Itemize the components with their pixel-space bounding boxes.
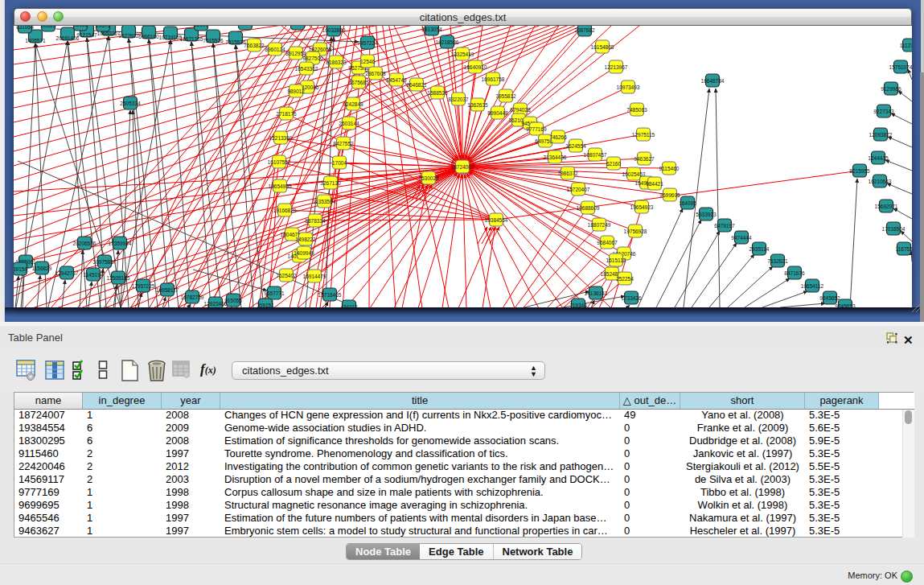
- svg-text:9245653: 9245653: [835, 303, 856, 308]
- svg-text:97514: 97514: [238, 26, 253, 27]
- svg-text:7485063: 7485063: [626, 107, 647, 113]
- svg-text:1498222: 1498222: [295, 237, 316, 242]
- svg-text:17016504: 17016504: [882, 226, 906, 232]
- svg-text:16033809: 16033809: [322, 27, 346, 33]
- svg-text:1112733: 1112733: [900, 43, 912, 48]
- svg-text:3267130: 3267130: [320, 180, 341, 186]
- svg-text:15720407: 15720407: [567, 187, 590, 192]
- svg-text:116753: 116753: [895, 246, 912, 252]
- svg-text:7515526: 7515526: [203, 38, 224, 43]
- svg-text:39159: 39159: [14, 266, 27, 272]
- svg-text:11353594: 11353594: [313, 199, 336, 204]
- svg-text:10654112: 10654112: [801, 283, 824, 289]
- svg-text:16782759: 16782759: [181, 295, 204, 300]
- svg-text:915055: 915055: [224, 298, 242, 303]
- svg-text:1405571: 1405571: [25, 38, 46, 43]
- svg-text:7986372: 7986372: [557, 171, 578, 176]
- svg-text:15692971: 15692971: [875, 204, 898, 209]
- svg-text:3624554: 3624554: [565, 143, 586, 149]
- svg-text:984421: 984421: [646, 181, 663, 187]
- svg-text:12213967: 12213967: [605, 64, 628, 70]
- svg-text:2087682: 2087682: [574, 27, 595, 33]
- svg-text:10719155: 10719155: [159, 35, 183, 40]
- svg-text:9827500: 9827500: [302, 56, 323, 61]
- svg-text:14136141: 14136141: [585, 290, 608, 296]
- svg-text:434112: 434112: [340, 304, 358, 308]
- svg-text:19166829: 19166829: [273, 208, 297, 213]
- svg-text:2530025: 2530025: [418, 175, 439, 181]
- svg-text:9242848: 9242848: [343, 101, 363, 107]
- svg-text:16671355: 16671355: [180, 36, 203, 42]
- svg-text:16961758: 16961758: [482, 76, 505, 82]
- svg-text:7625402: 7625402: [276, 273, 297, 278]
- svg-text:19756928: 19756928: [624, 229, 647, 234]
- svg-text:8186323: 8186323: [326, 60, 347, 65]
- svg-text:8322037: 8322037: [448, 97, 469, 102]
- svg-text:9474444: 9474444: [731, 235, 752, 241]
- svg-text:7515536: 7515536: [225, 39, 246, 45]
- svg-text:3675685: 3675685: [348, 80, 369, 85]
- svg-text:90553: 90553: [41, 26, 55, 28]
- svg-text:16543362: 16543362: [295, 66, 318, 72]
- svg-text:16914479: 16914479: [303, 274, 326, 279]
- svg-text:10688609: 10688609: [577, 205, 600, 211]
- svg-text:7663822: 7663822: [244, 43, 265, 48]
- svg-text:1362635: 1362635: [467, 102, 488, 108]
- svg-text:9227343: 9227343: [873, 109, 894, 114]
- svg-text:10958117: 10958117: [156, 287, 179, 293]
- svg-text:164095: 164095: [679, 200, 696, 206]
- svg-text:17957225: 17957225: [132, 283, 155, 289]
- svg-text:1588520: 1588520: [427, 90, 448, 96]
- svg-text:7955812: 7955812: [495, 93, 516, 99]
- svg-text:10807457: 10807457: [584, 152, 607, 158]
- svg-text:98131: 98131: [73, 26, 88, 27]
- svg-text:13325419: 13325419: [451, 51, 474, 57]
- svg-text:8960124: 8960124: [265, 47, 285, 52]
- svg-text:989012: 989012: [287, 89, 305, 94]
- svg-text:719344: 719344: [569, 303, 587, 308]
- svg-text:6966160: 6966160: [138, 34, 159, 39]
- svg-text:30975887: 30975887: [93, 259, 117, 265]
- svg-text:7957224: 7957224: [357, 40, 378, 46]
- svg-text:9463627: 9463627: [634, 156, 655, 162]
- svg-text:9115460: 9115460: [659, 166, 680, 171]
- svg-text:252254: 252254: [616, 276, 634, 282]
- svg-text:16210643: 16210643: [869, 179, 892, 184]
- svg-text:1145194: 1145194: [84, 272, 104, 278]
- svg-text:16107552: 16107552: [268, 159, 291, 165]
- svg-text:18807249: 18807249: [588, 222, 611, 228]
- svg-text:1733426: 1733426: [621, 295, 642, 301]
- svg-text:9646821: 9646821: [406, 82, 427, 88]
- svg-text:16154808: 16154808: [591, 44, 614, 50]
- svg-text:86109: 86109: [194, 26, 208, 27]
- svg-text:7632621: 7632621: [767, 258, 788, 264]
- svg-text:9121547: 9121547: [76, 32, 97, 38]
- svg-text:19654955: 19654955: [269, 183, 292, 189]
- svg-text:19218586: 19218586: [436, 39, 459, 45]
- svg-text:9245652: 9245652: [819, 295, 840, 301]
- svg-text:20206576: 20206576: [73, 241, 97, 246]
- svg-text:2603144: 2603144: [339, 121, 359, 126]
- svg-text:16648784: 16648784: [701, 78, 725, 84]
- svg-text:19654923: 19654923: [630, 204, 654, 210]
- svg-text:5933923: 5933923: [696, 212, 717, 217]
- svg-text:9129966: 9129966: [881, 86, 901, 92]
- svg-text:6479197: 6479197: [714, 223, 735, 229]
- svg-text:1244415: 1244415: [868, 155, 889, 161]
- svg-text:746266: 746266: [549, 134, 567, 140]
- svg-text:15751074: 15751074: [889, 64, 912, 70]
- svg-text:12975115: 12975115: [632, 132, 655, 138]
- svg-text:21364436: 21364436: [544, 154, 567, 160]
- svg-text:8990448: 8990448: [487, 110, 508, 116]
- svg-text:8471676: 8471676: [784, 270, 805, 276]
- svg-text:12213369: 12213369: [269, 135, 293, 141]
- svg-text:1615112: 1615112: [606, 257, 626, 263]
- svg-text:17004: 17004: [332, 160, 347, 166]
- svg-text:8215955: 8215955: [849, 168, 870, 174]
- svg-text:12942737: 12942737: [55, 270, 79, 276]
- svg-text:12505185: 12505185: [107, 275, 130, 281]
- svg-text:18640910: 18640910: [464, 64, 487, 70]
- svg-text:9657771: 9657771: [264, 290, 285, 296]
- svg-text:17359924: 17359924: [109, 241, 132, 246]
- svg-text:19384554: 19384554: [485, 217, 508, 223]
